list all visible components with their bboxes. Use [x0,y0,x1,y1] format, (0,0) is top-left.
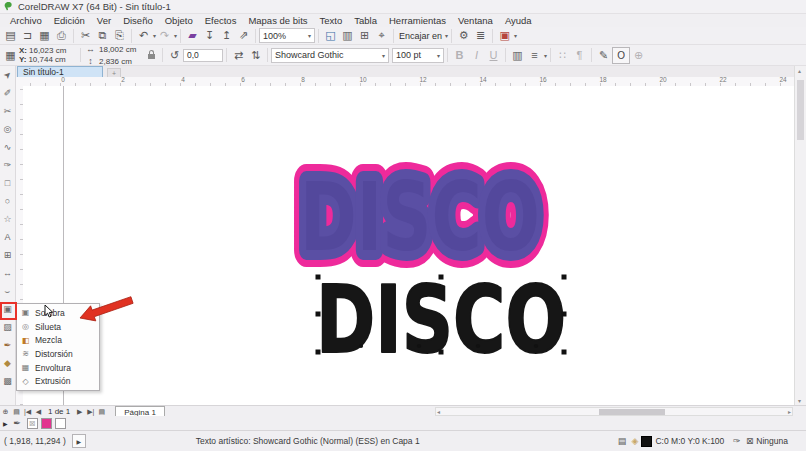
flyout-item-extrusion[interactable]: ◇ Extrusión [17,374,99,388]
connector-tool[interactable]: ⌣ [0,282,15,300]
character-formatting-icon[interactable]: ▥ [509,47,526,63]
transparency-tool[interactable]: ▨ [0,318,15,336]
menu-diseno[interactable]: Diseño [117,15,159,26]
cut-icon[interactable]: ✂ [77,28,94,44]
menu-ver[interactable]: Ver [91,15,117,26]
menu-objeto[interactable]: Objeto [159,15,199,26]
menu-herramientas[interactable]: Herramientas [383,15,452,26]
menu-mapas-de-bits[interactable]: Mapas de bits [242,15,313,26]
chevron-down-icon[interactable]: ▾ [445,32,448,39]
mirror-vertical-icon[interactable]: ⇅ [247,47,264,63]
previous-page-button[interactable]: ◀ [33,407,44,417]
first-page-button[interactable]: |◀ [22,407,33,417]
scroll-left-icon[interactable]: ◂ [437,408,440,415]
chevron-down-icon[interactable]: ▾ [514,32,517,39]
paste-icon[interactable]: ⎘ [111,28,128,44]
add-page-icon[interactable]: ⊕ [0,407,11,417]
freehand-tool[interactable]: ∿ [0,138,15,156]
rotation-input[interactable]: 0,0 [183,49,223,62]
options-icon[interactable]: ⚙ [455,28,472,44]
interactive-opentype-icon[interactable]: ⊕ [630,47,647,63]
search-content-icon[interactable]: ▰ [184,28,201,44]
undo-icon[interactable]: ↶ [135,28,152,44]
lock-ratio-icon[interactable] [148,54,155,59]
bold-icon[interactable]: B [451,47,468,63]
black-disco-text[interactable]: DISCO [316,267,566,370]
text-alignment-icon[interactable]: ≡ [526,47,543,63]
horizontal-scrollbar[interactable]: ◂ ▸ [435,407,793,416]
open-icon[interactable]: ⊐ [19,28,36,44]
copy-icon[interactable]: ⧉ [94,28,111,44]
flyout-label: Extrusión [35,376,70,386]
crop-tool[interactable]: ✂ [0,102,15,120]
font-list-select[interactable]: Showcard Gothic ▾ [271,48,389,63]
object-size-fields[interactable]: ↔18,002 cm ↕2,836 cm [84,43,144,67]
show-rulers-icon[interactable]: ▥ [339,28,356,44]
vertical-scrollbar[interactable]: ▴ ▾ [794,66,806,405]
menu-efectos[interactable]: Efectos [199,15,243,26]
opentype-o-button[interactable]: O [612,47,630,64]
export-icon[interactable]: ↥ [218,28,235,44]
polygon-tool[interactable]: ☆ [0,210,15,228]
artistic-media-tool[interactable]: ✑ [0,156,15,174]
shape-tool[interactable]: ✐ [0,84,15,102]
palette-eyedropper-icon[interactable]: ✒ [11,417,24,429]
zoom-level-select[interactable]: 100% ▾ [259,28,315,43]
menu-edicion[interactable]: Edición [48,15,91,26]
menu-ventana[interactable]: Ventana [452,15,499,26]
interactive-fill-tool[interactable]: ▩ [0,372,15,390]
underline-icon[interactable]: U [485,47,502,63]
scroll-down-icon[interactable]: ▾ [798,397,801,404]
show-grid-icon[interactable]: ⊞ [356,28,373,44]
menu-archivo[interactable]: Archivo [4,15,48,26]
last-page-button[interactable]: ▶| [85,407,96,417]
italic-icon[interactable]: I [468,47,485,63]
edit-text-icon[interactable]: ✎ [595,47,612,63]
menu-texto[interactable]: Texto [314,15,349,26]
print-icon[interactable]: ⎙ [53,28,70,44]
no-color-swatch[interactable]: ⊠ [27,418,38,429]
new-document-icon[interactable]: ▤ [2,28,19,44]
import-icon[interactable]: ↧ [201,28,218,44]
next-page-button[interactable]: ▶ [74,407,85,417]
flyout-item-envoltura[interactable]: ▦ Envoltura [17,361,99,375]
text-tool[interactable]: A [0,228,15,246]
status-play-button[interactable]: ▶ [72,434,86,448]
flyout-item-mezcla[interactable]: ◧ Mezcla [17,333,99,347]
flyout-item-distorsion[interactable]: ≋ Distorsión [17,347,99,361]
document-properties-icon[interactable]: ▤ [615,435,628,447]
save-icon[interactable]: ▦ [36,28,53,44]
page-icon[interactable]: ▤ [96,407,107,417]
vertical-scroll-thumb[interactable] [797,80,804,140]
smart-fill-tool[interactable]: ◆ [0,354,15,372]
disco-artwork[interactable]: DISCO DISCO DISCO DISCO [250,155,590,370]
magenta-swatch[interactable] [41,418,52,429]
publish-pdf-icon[interactable]: ⇗ [235,28,252,44]
table-tool[interactable]: ⊞ [0,246,15,264]
dimension-tool[interactable]: ↔ [0,264,15,282]
bulleted-list-icon[interactable]: ∷ [554,47,571,63]
menu-ayuda[interactable]: Ayuda [499,15,538,26]
welcome-screen-icon[interactable]: ▣ [496,28,513,44]
scroll-right-icon[interactable]: ▸ [788,408,791,415]
font-size-select[interactable]: 100 pt ▾ [392,48,444,63]
page-icon[interactable]: ▤ [11,407,22,417]
palette-flyout-icon[interactable]: ▶ [3,420,8,427]
application-launcher-icon[interactable]: ≣ [472,28,489,44]
menu-tabla[interactable]: Tabla [348,15,383,26]
fullscreen-preview-icon[interactable]: ◱ [322,28,339,44]
object-position-fields[interactable]: X:16,023 cm Y:10,744 cm [19,46,77,64]
snap-icon[interactable]: ⌖ [373,28,390,44]
drop-cap-icon[interactable]: ¶ [571,47,588,63]
redo-dropdown-icon[interactable]: ▾ [174,32,177,39]
mirror-horizontal-icon[interactable]: ⇄ [230,47,247,63]
rectangle-tool[interactable]: □ [0,174,15,192]
snap-to-label[interactable]: Encajar en [397,31,444,41]
horizontal-scroll-thumb[interactable] [599,409,665,415]
scroll-up-icon[interactable]: ▴ [798,67,801,74]
color-eyedropper-tool[interactable]: ✒ [0,336,15,354]
redo-icon[interactable]: ↷ [156,28,173,44]
zoom-tool[interactable]: ◎ [0,120,15,138]
ellipse-tool[interactable]: ○ [0,192,15,210]
white-swatch[interactable] [55,418,66,429]
